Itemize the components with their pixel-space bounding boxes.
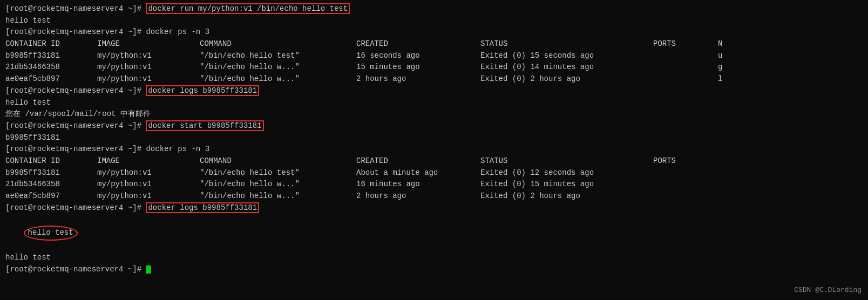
line-cn-mail: 您在 /var/spool/mail/root 中有邮件 (5, 108, 863, 120)
ps-row-1-3: ae0eaf5cb897my/python:v1"/bin/echo hello… (5, 73, 863, 85)
circle-annotation: hello test (24, 226, 78, 241)
ps-header-1: CONTAINER IDIMAGECOMMANDCREATEDSTATUSPOR… (5, 38, 863, 50)
ps-header-2: CONTAINER IDIMAGECOMMANDCREATEDSTATUSPOR… (5, 155, 863, 167)
line-hellotest-1: hello test (5, 97, 863, 109)
ps-row-2-1: b9985ff33181my/python:v1"/bin/echo hello… (5, 167, 863, 179)
terminal: [root@rocketmq-nameserver4 ~]# docker ru… (0, 0, 868, 279)
line-start: [root@rocketmq-nameserver4 ~]# docker st… (5, 120, 863, 132)
line-logs-1: [root@rocketmq-nameserver4 ~]# docker lo… (5, 85, 863, 97)
cmd-highlight-1: docker run my/python:v1 /bin/echo hello … (146, 3, 350, 14)
ps-row-1-2: 21db53466358my/python:v1"/bin/echo hello… (5, 62, 863, 73)
prompt-ps-2: [root@rocketmq-nameserver4 ~]# (5, 145, 146, 153)
cmd-highlight-start: docker start b9985ff33181 (146, 120, 263, 131)
line-3: [root@rocketmq-nameserver4 ~]# docker ps… (5, 26, 863, 38)
prompt-logs-2: [root@rocketmq-nameserver4 ~]# (5, 203, 146, 212)
cmd-highlight-logs-1: docker logs b9985ff33181 (146, 85, 259, 96)
prompt-1: [root@rocketmq-nameserver4 ~]# (5, 4, 146, 13)
line-2: hello test (5, 15, 863, 27)
ps-row-1-1: b9985ff33181my/python:v1"/bin/echo hello… (5, 50, 863, 62)
ps-row-2-3: ae0eaf5cb897my/python:v1"/bin/echo hello… (5, 190, 863, 202)
cursor (146, 265, 151, 274)
line-ps-2: [root@rocketmq-nameserver4 ~]# docker ps… (5, 144, 863, 155)
line-1: [root@rocketmq-nameserver4 ~]# docker ru… (5, 3, 863, 15)
prompt-3: [root@rocketmq-nameserver4 ~]# (5, 28, 146, 36)
prompt-logs-1: [root@rocketmq-nameserver4 ~]# (5, 86, 146, 95)
line-final-prompt: [root@rocketmq-nameserver4 ~]# (5, 264, 863, 276)
prompt-final: [root@rocketmq-nameserver4 ~]# (5, 265, 146, 274)
line-circle-hello: hello test (5, 214, 863, 252)
line-logs-2: [root@rocketmq-nameserver4 ~]# docker lo… (5, 202, 863, 214)
ps-row-2-2: 21db53466358my/python:v1"/bin/echo hello… (5, 179, 863, 190)
watermark: CSDN @C.DLording (794, 285, 862, 296)
cmd-highlight-logs-2: docker logs b9985ff33181 (146, 202, 259, 213)
line-hellotest-2: hello test (5, 252, 863, 264)
line-containerid: b9985ff33181 (5, 132, 863, 144)
prompt-start: [root@rocketmq-nameserver4 ~]# (5, 121, 146, 130)
